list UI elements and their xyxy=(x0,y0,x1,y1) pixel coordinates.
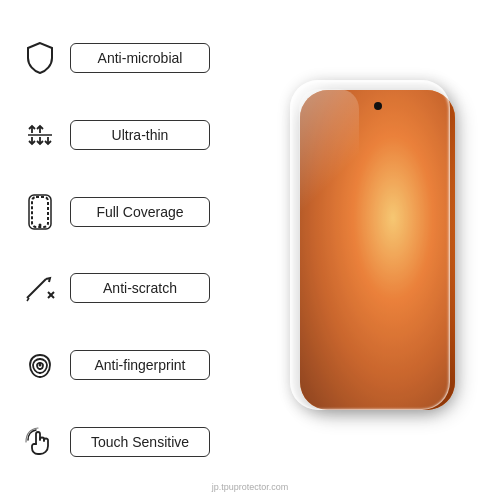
screen-protector xyxy=(290,80,450,410)
feature-anti-scratch: Anti-scratch xyxy=(20,258,270,318)
feature-anti-fingerprint: Anti-fingerprint xyxy=(20,335,270,395)
svg-rect-6 xyxy=(32,197,48,227)
ultra-thin-label: Ultra-thin xyxy=(70,120,210,150)
phone-outline-icon xyxy=(20,192,60,232)
features-section: Anti-microbial xyxy=(10,20,270,480)
arrows-icon xyxy=(20,115,60,155)
scratch-icon xyxy=(20,268,60,308)
svg-point-13 xyxy=(39,363,42,366)
fingerprint-icon xyxy=(20,345,60,385)
feature-ultra-thin: Ultra-thin xyxy=(20,105,270,165)
anti-scratch-label: Anti-scratch xyxy=(70,273,210,303)
touch-sensitive-label: Touch Sensitive xyxy=(70,427,210,457)
watermark: jp.tpuprotector.com xyxy=(212,482,289,492)
feature-full-coverage: Full Coverage xyxy=(20,182,270,242)
svg-point-8 xyxy=(39,223,42,226)
feature-touch-sensitive: Touch Sensitive xyxy=(20,412,270,472)
touch-icon xyxy=(20,422,60,462)
full-coverage-label: Full Coverage xyxy=(70,197,210,227)
anti-fingerprint-label: Anti-fingerprint xyxy=(70,350,210,380)
phone-section xyxy=(270,20,490,480)
feature-anti-microbial: Anti-microbial xyxy=(20,28,270,88)
anti-microbial-label: Anti-microbial xyxy=(70,43,210,73)
phone-wrapper xyxy=(290,80,470,420)
phone-camera xyxy=(374,102,382,110)
svg-line-9 xyxy=(27,279,46,298)
main-container: Anti-microbial xyxy=(0,0,500,500)
svg-line-10 xyxy=(27,298,29,301)
shield-icon xyxy=(20,38,60,78)
